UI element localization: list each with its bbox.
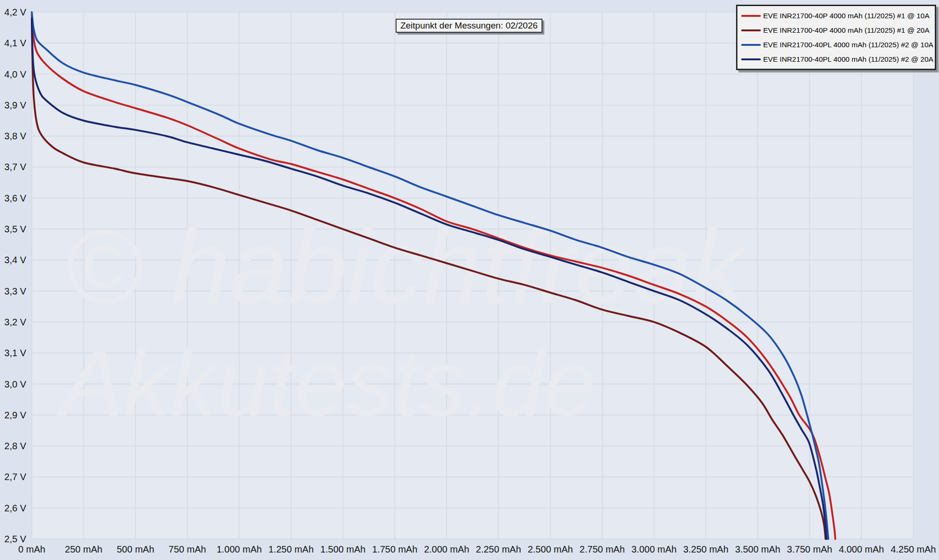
- y-axis-tick-label: 4,2 V: [4, 7, 26, 17]
- legend-line-swatch: [741, 44, 761, 46]
- x-axis-tick-label: 0 mAh: [18, 544, 45, 554]
- y-axis-tick-label: 3,7 V: [4, 162, 26, 172]
- watermark-habichtfreak: © habichtfreak: [65, 208, 749, 325]
- x-axis-tick-label: 1.250 mAh: [268, 544, 314, 554]
- legend: EVE INR21700-40P 4000 mAh (11/2025) #1 @…: [736, 5, 936, 70]
- x-axis-tick-label: 3.000 mAh: [631, 544, 677, 554]
- y-axis-tick-label: 3,0 V: [4, 379, 26, 389]
- legend-line-swatch: [741, 15, 761, 17]
- x-axis-tick-label: 1.750 mAh: [372, 544, 418, 554]
- legend-line-swatch: [741, 29, 761, 31]
- legend-label: EVE INR21700-40P 4000 mAh (11/2025) #1 @…: [763, 26, 930, 35]
- y-axis-tick-label: 3,3 V: [4, 286, 26, 296]
- x-axis-tick-label: 3.250 mAh: [683, 544, 729, 554]
- discharge-chart: © habichtfreakAkkutests.de4,2 V4,1 V4,0 …: [0, 0, 939, 560]
- x-axis-tick-label: 250 mAh: [65, 544, 102, 554]
- x-axis-tick-label: 2.250 mAh: [476, 544, 521, 554]
- legend-item-0: EVE INR21700-40P 4000 mAh (11/2025) #1 @…: [737, 8, 935, 23]
- legend-item-2: EVE INR21700-40PL 4000 mAh (11/2025) #2 …: [737, 37, 935, 52]
- measurement-date-text: Zeitpunkt der Messungen: 02/2026: [400, 21, 538, 31]
- watermark-akkutests: Akkutests.de: [56, 330, 596, 435]
- x-axis-tick-label: 4.000 mAh: [839, 544, 884, 554]
- y-axis-tick-label: 2,7 V: [4, 472, 26, 482]
- x-axis-tick-label: 4.250 mAh: [891, 544, 936, 554]
- legend-item-1: EVE INR21700-40P 4000 mAh (11/2025) #1 @…: [737, 23, 935, 37]
- y-axis-tick-label: 2,5 V: [4, 534, 26, 544]
- y-axis-tick-label: 2,6 V: [4, 503, 26, 513]
- y-axis-tick-label: 4,1 V: [4, 38, 26, 48]
- legend-label: EVE INR21700-40PL 4000 mAh (11/2025) #2 …: [763, 41, 933, 49]
- y-axis-tick-label: 2,9 V: [4, 410, 26, 420]
- x-axis-tick-label: 2.000 mAh: [424, 544, 470, 554]
- legend-label: EVE INR21700-40PL 4000 mAh (11/2025) #2 …: [763, 55, 933, 64]
- legend-item-3: EVE INR21700-40PL 4000 mAh (11/2025) #2 …: [737, 52, 935, 66]
- x-axis-tick-label: 2.750 mAh: [579, 544, 625, 554]
- measurement-date-note: Zeitpunkt der Messungen: 02/2026: [396, 19, 542, 33]
- y-axis-tick-label: 3,2 V: [4, 317, 26, 327]
- y-axis-tick-label: 2,8 V: [4, 441, 26, 451]
- chart-plot-area: © habichtfreakAkkutests.de4,2 V4,1 V4,0 …: [0, 0, 939, 560]
- x-axis-tick-label: 750 mAh: [169, 544, 206, 554]
- x-axis-tick-label: 1.000 mAh: [217, 544, 262, 554]
- x-axis-tick-label: 500 mAh: [117, 544, 154, 554]
- y-axis-tick-label: 3,1 V: [4, 348, 26, 358]
- y-axis-tick-label: 3,9 V: [4, 100, 26, 110]
- legend-label: EVE INR21700-40P 4000 mAh (11/2025) #1 @…: [763, 12, 930, 20]
- y-axis-tick-label: 3,6 V: [4, 193, 26, 203]
- x-axis-tick-label: 3.750 mAh: [787, 544, 832, 554]
- x-axis-tick-label: 3.500 mAh: [735, 544, 780, 554]
- legend-line-swatch: [741, 58, 761, 60]
- y-axis-tick-label: 3,4 V: [4, 255, 26, 265]
- x-axis-tick-label: 1.500 mAh: [320, 544, 366, 554]
- y-axis-tick-label: 3,5 V: [4, 224, 26, 234]
- y-axis-tick-label: 3,8 V: [4, 131, 26, 141]
- x-axis-tick-label: 2.500 mAh: [527, 544, 573, 554]
- y-axis-tick-label: 4,0 V: [4, 69, 26, 79]
